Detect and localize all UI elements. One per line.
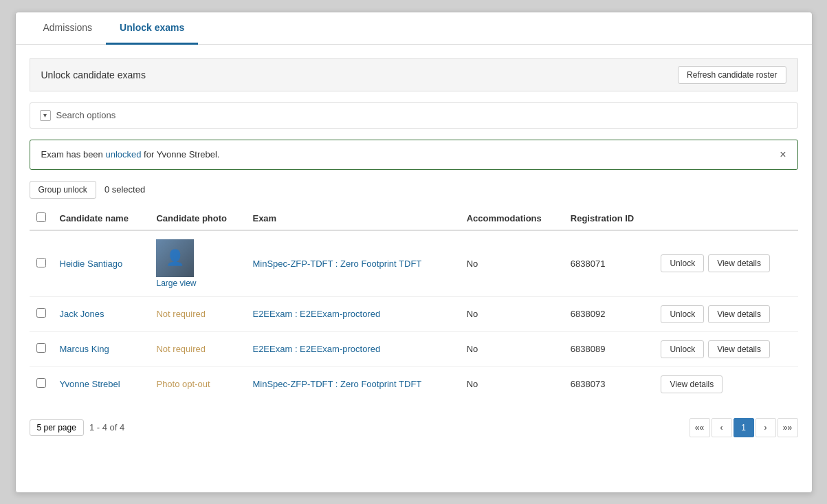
row-checkbox-cell [30, 331, 53, 366]
row-checkbox[interactable] [36, 378, 46, 388]
per-page-control: 5 per page 1 - 4 of 4 [30, 419, 125, 436]
selected-count: 0 selected [104, 184, 145, 195]
candidate-photo-cell: Not required [149, 296, 245, 331]
exam-link[interactable]: MinSpec-ZFP-TDFT : Zero Footprint TDFT [252, 259, 421, 269]
header-candidate-name: Candidate name [53, 207, 150, 230]
registration-id: 6838089 [564, 331, 654, 366]
toolbar: Group unlock 0 selected [30, 181, 798, 199]
refresh-button[interactable]: Refresh candidate roster [678, 66, 786, 84]
header-candidate-photo: Candidate photo [149, 207, 245, 230]
section-header: Unlock candidate exams Refresh candidate… [30, 58, 798, 91]
alert-close-button[interactable]: × [780, 149, 786, 161]
candidate-photo: 👤 [156, 239, 194, 277]
unlock-button[interactable]: Unlock [661, 340, 704, 358]
view-details-button[interactable]: View details [708, 340, 770, 358]
accommodations: No [460, 366, 564, 402]
registration-id: 6838092 [564, 296, 654, 331]
registration-id: 6838073 [564, 366, 654, 402]
exam-name: MinSpec-ZFP-TDFT : Zero Footprint TDFT [245, 230, 459, 297]
candidate-photo-cell: Not required [149, 331, 245, 366]
candidate-name-link[interactable]: Jack Jones [60, 309, 104, 319]
chevron-down-icon: ▾ [40, 110, 51, 121]
accommodations: No [460, 296, 564, 331]
accommodations: No [460, 230, 564, 297]
row-checkbox[interactable] [36, 258, 46, 267]
header-exam: Exam [245, 207, 459, 230]
first-page-button[interactable]: «« [690, 418, 710, 437]
main-window: Admissions Unlock exams Unlock candidate… [15, 12, 813, 493]
view-details-button[interactable]: View details [708, 254, 770, 272]
candidate-photo-cell: Photo opt-out [149, 366, 245, 402]
page-nav: «« ‹ 1 › »» [690, 418, 798, 437]
table-header-row: Candidate name Candidate photo Exam Acco… [30, 207, 798, 230]
current-page-button[interactable]: 1 [734, 418, 754, 437]
success-alert: Exam has been unlocked for Yvonne Strebe… [30, 140, 798, 170]
exam-name: E2EExam : E2EExam-proctored [245, 331, 459, 366]
exam-link[interactable]: MinSpec-ZFP-TDFT : Zero Footprint TDFT [252, 379, 421, 389]
view-details-button[interactable]: View details [661, 375, 723, 393]
search-options-label: Search options [56, 110, 116, 120]
header-actions [654, 207, 797, 230]
candidate-name: Yvonne Strebel [53, 366, 150, 402]
row-checkbox-cell [30, 230, 53, 297]
header-registration-id: Registration ID [564, 207, 654, 230]
unlock-button[interactable]: Unlock [661, 254, 704, 272]
prev-page-button[interactable]: ‹ [712, 418, 732, 437]
photo-container: 👤Large view [156, 239, 239, 288]
table-row: Jack JonesNot requiredE2EExam : E2EExam-… [30, 296, 798, 331]
alert-message: Exam has been unlocked for Yvonne Strebe… [41, 149, 220, 160]
table-row: Marcus KingNot requiredE2EExam : E2EExam… [30, 331, 798, 366]
candidates-table: Candidate name Candidate photo Exam Acco… [30, 207, 798, 402]
exam-name: E2EExam : E2EExam-proctored [245, 296, 459, 331]
action-buttons: UnlockView details [654, 230, 797, 297]
candidate-name: Marcus King [53, 331, 150, 366]
table-row: Heidie Santiago👤Large viewMinSpec-ZFP-TD… [30, 230, 798, 297]
row-checkbox-cell [30, 296, 53, 331]
photo-status: Not required [156, 309, 206, 319]
table-row: Yvonne StrebelPhoto opt-outMinSpec-ZFP-T… [30, 366, 798, 402]
action-buttons: UnlockView details [654, 296, 797, 331]
tab-bar: Admissions Unlock exams [16, 12, 812, 45]
alert-link: unlocked [105, 149, 141, 160]
group-unlock-button[interactable]: Group unlock [30, 181, 96, 199]
action-buttons: UnlockView details [654, 331, 797, 366]
large-view-link[interactable]: Large view [156, 278, 239, 288]
exam-name: MinSpec-ZFP-TDFT : Zero Footprint TDFT [245, 366, 459, 402]
accommodations: No [460, 331, 564, 366]
candidate-name-link[interactable]: Heidie Santiago [60, 259, 123, 269]
photo-status: Photo opt-out [156, 379, 210, 389]
candidate-name-link[interactable]: Yvonne Strebel [60, 379, 120, 389]
action-buttons: View details [654, 366, 797, 402]
registration-id: 6838071 [564, 230, 654, 297]
main-content: Unlock candidate exams Refresh candidate… [16, 45, 812, 451]
candidate-name-link[interactable]: Marcus King [60, 344, 109, 354]
header-accommodations: Accommodations [460, 207, 564, 230]
exam-link[interactable]: E2EExam : E2EExam-proctored [252, 309, 380, 319]
candidate-name: Jack Jones [53, 296, 150, 331]
select-all-checkbox[interactable] [36, 212, 46, 222]
candidate-photo-cell: 👤Large view [149, 230, 245, 297]
unlock-button[interactable]: Unlock [661, 305, 704, 323]
candidate-name: Heidie Santiago [53, 230, 150, 297]
header-checkbox-col [30, 207, 53, 230]
search-options-toggle[interactable]: ▾ Search options [30, 102, 798, 129]
row-checkbox-cell [30, 366, 53, 402]
next-page-button[interactable]: › [756, 418, 776, 437]
page-range: 1 - 4 of 4 [89, 422, 124, 432]
exam-link[interactable]: E2EExam : E2EExam-proctored [252, 344, 380, 354]
per-page-button[interactable]: 5 per page [30, 419, 84, 436]
view-details-button[interactable]: View details [708, 305, 770, 323]
photo-status: Not required [156, 344, 206, 354]
tab-unlock-exams[interactable]: Unlock exams [106, 12, 198, 45]
row-checkbox[interactable] [36, 343, 46, 353]
tab-admissions[interactable]: Admissions [30, 12, 107, 45]
pagination-bar: 5 per page 1 - 4 of 4 «« ‹ 1 › »» [30, 413, 798, 437]
last-page-button[interactable]: »» [778, 418, 798, 437]
section-title: Unlock candidate exams [41, 69, 146, 80]
row-checkbox[interactable] [36, 308, 46, 318]
